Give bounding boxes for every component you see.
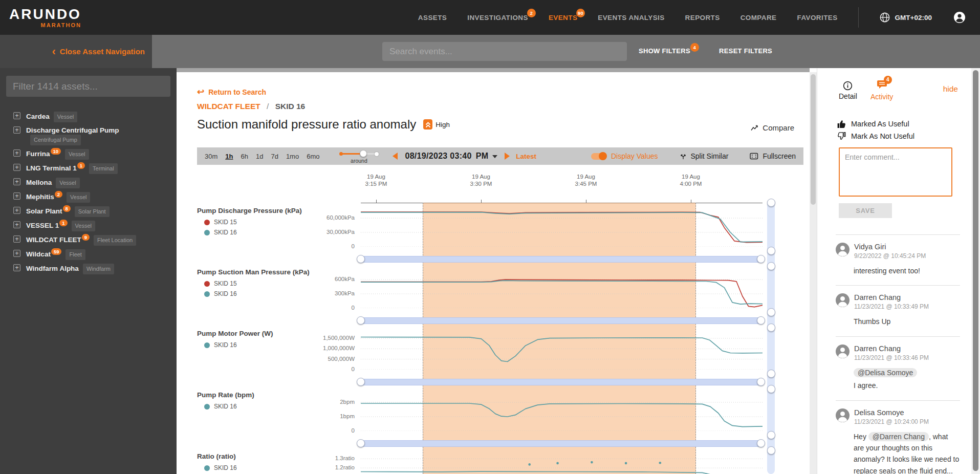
- zoom-handle[interactable]: [767, 446, 775, 455]
- zoom-handle[interactable]: [767, 262, 775, 270]
- range-1d[interactable]: 1d: [256, 153, 263, 160]
- user-avatar[interactable]: [952, 10, 967, 25]
- legend-item[interactable]: SKID 16: [204, 229, 237, 236]
- zoom-handle[interactable]: [757, 439, 765, 447]
- search-events-input[interactable]: [382, 42, 627, 61]
- horizontal-zoom-bar[interactable]: [361, 440, 763, 447]
- sidebar-asset-discharge-pump[interactable]: +Discharge Centrifugal PumpCentrifugal P…: [13, 126, 170, 145]
- scrollbar-thumb[interactable]: [811, 74, 816, 205]
- display-values-toggle[interactable]: Display Values: [591, 152, 658, 160]
- sidebar-asset-wildcat-fleet[interactable]: +WILDCAT FLEET9Fleet Location: [13, 235, 170, 246]
- nav-events[interactable]: EVENTS90: [549, 14, 577, 21]
- zoom-handle[interactable]: [757, 378, 765, 386]
- zoom-handle[interactable]: [357, 316, 365, 325]
- reset-filters-button[interactable]: RESET FILTERS: [719, 47, 772, 55]
- expand-icon[interactable]: +: [13, 235, 20, 243]
- chart-plot-svg[interactable]: [361, 328, 763, 370]
- chart-plot-svg[interactable]: [361, 266, 763, 308]
- sidebar-asset-wildcat[interactable]: +Wildcat59Fleet: [13, 249, 170, 260]
- window-scrollbar[interactable]: [971, 68, 980, 474]
- chart-plot-svg[interactable]: [361, 450, 763, 474]
- mention-chip[interactable]: @Delisa Somoye: [854, 368, 917, 377]
- around-slider-handle[interactable]: [360, 150, 367, 157]
- legend-item[interactable]: SKID 16: [204, 341, 237, 349]
- nav-events-analysis[interactable]: EVENTS ANALYSIS: [598, 14, 664, 21]
- sidebar-asset-mephitis[interactable]: +Mephitis2Vessel: [13, 192, 170, 203]
- sidebar-asset-solar-plant[interactable]: +Solar Plant8Solar Plant: [13, 206, 170, 217]
- expand-icon[interactable]: +: [13, 126, 20, 134]
- range-6h[interactable]: 6h: [241, 153, 248, 160]
- range-7d[interactable]: 7d: [271, 153, 278, 160]
- expand-icon[interactable]: +: [13, 164, 20, 171]
- comment-input[interactable]: [839, 147, 952, 197]
- zoom-handle[interactable]: [357, 378, 365, 386]
- zoom-handle[interactable]: [767, 308, 775, 316]
- zoom-handle[interactable]: [357, 439, 365, 447]
- legend-item[interactable]: SKID 16: [204, 403, 237, 410]
- expand-icon[interactable]: +: [13, 178, 20, 185]
- sidebar-asset-windfarm-alpha[interactable]: +Windfarm AlphaWindfarm: [13, 264, 170, 274]
- expand-icon[interactable]: +: [13, 221, 20, 228]
- horizontal-zoom-bar[interactable]: [361, 317, 763, 324]
- around-slider[interactable]: around: [340, 148, 377, 164]
- mark-as-not-useful-button[interactable]: Mark As Not Useful: [837, 132, 914, 141]
- expand-icon[interactable]: +: [13, 192, 20, 200]
- legend-item[interactable]: SKID 16: [204, 464, 237, 471]
- nav-compare[interactable]: COMPARE: [741, 14, 777, 21]
- tab-detail[interactable]: Detail: [839, 81, 857, 100]
- nav-investigations[interactable]: INVESTIGATIONS2: [467, 14, 528, 21]
- zoom-handle[interactable]: [757, 316, 765, 325]
- show-filters-button[interactable]: SHOW FILTERS 4: [639, 47, 690, 55]
- step-back-button[interactable]: [393, 153, 398, 160]
- latest-button[interactable]: Latest: [516, 153, 536, 160]
- hide-panel-link[interactable]: hide: [943, 84, 958, 94]
- legend-item[interactable]: SKID 16: [204, 290, 237, 297]
- sidebar-asset-furrina[interactable]: +Furrina10Vessel: [13, 149, 170, 160]
- return-to-search-link[interactable]: ↩ Return to Search: [197, 87, 266, 97]
- scrollbar-thumb[interactable]: [973, 70, 978, 471]
- marked-as-useful-button[interactable]: Marked As Useful: [837, 119, 909, 128]
- expand-icon[interactable]: +: [13, 264, 20, 271]
- zoom-handle[interactable]: [357, 255, 365, 263]
- expand-icon[interactable]: +: [13, 149, 20, 157]
- zoom-handle[interactable]: [767, 370, 775, 378]
- datetime-picker[interactable]: 08/19/2023 03:40 PM: [405, 152, 497, 161]
- save-comment-button[interactable]: SAVE: [839, 203, 892, 218]
- nav-assets[interactable]: ASSETS: [418, 14, 447, 21]
- nav-favorites[interactable]: FAVORITES: [797, 14, 837, 21]
- zoom-handle[interactable]: [767, 324, 775, 332]
- chart-plot-svg[interactable]: [361, 389, 763, 431]
- range-30m[interactable]: 30m: [205, 153, 217, 160]
- expand-icon[interactable]: +: [13, 250, 20, 257]
- breadcrumb-fleet-link[interactable]: WILDCAT FLEET: [197, 102, 260, 111]
- horizontal-zoom-bar[interactable]: [361, 379, 763, 385]
- split-similar-button[interactable]: Split Similar: [680, 152, 729, 160]
- chart-plot-svg[interactable]: [361, 205, 763, 247]
- filter-assets-input[interactable]: [6, 76, 170, 97]
- zoom-handle[interactable]: [767, 431, 775, 439]
- expand-icon[interactable]: +: [13, 112, 20, 119]
- legend-item[interactable]: SKID 15: [204, 280, 237, 287]
- expand-icon[interactable]: +: [13, 207, 20, 214]
- step-forward-button[interactable]: [505, 153, 510, 160]
- horizontal-zoom-bar[interactable]: [361, 256, 763, 263]
- arundo-logo[interactable]: ARUNDO MARATHON: [9, 7, 81, 28]
- main-vertical-scrollbar[interactable]: [810, 72, 817, 474]
- compare-button[interactable]: Compare: [751, 123, 794, 132]
- zoom-handle[interactable]: [767, 385, 775, 393]
- close-asset-navigation-button[interactable]: ‹ Close Asset Navigation: [52, 47, 145, 56]
- sidebar-asset-lng-terminal[interactable]: +LNG Terminal 11Terminal: [13, 163, 170, 174]
- nav-reports[interactable]: REPORTS: [685, 14, 720, 21]
- range-1h[interactable]: 1h: [225, 153, 233, 160]
- timezone-selector[interactable]: GMT+02:00: [879, 12, 932, 23]
- zoom-handle[interactable]: [767, 247, 775, 255]
- sidebar-asset-vessel-1[interactable]: +VESSEL 11Vessel: [13, 221, 170, 231]
- fullscreen-button[interactable]: Fullscreen: [750, 152, 796, 160]
- zoom-handle[interactable]: [757, 255, 765, 263]
- sidebar-asset-cardea[interactable]: +CardeaVessel: [13, 112, 170, 122]
- legend-item[interactable]: SKID 15: [204, 219, 237, 226]
- range-1mo[interactable]: 1mo: [286, 153, 299, 160]
- mention-chip[interactable]: @Darren Chang: [868, 432, 929, 441]
- tab-activity[interactable]: 4 Activity: [870, 80, 893, 101]
- zoom-handle[interactable]: [767, 199, 775, 207]
